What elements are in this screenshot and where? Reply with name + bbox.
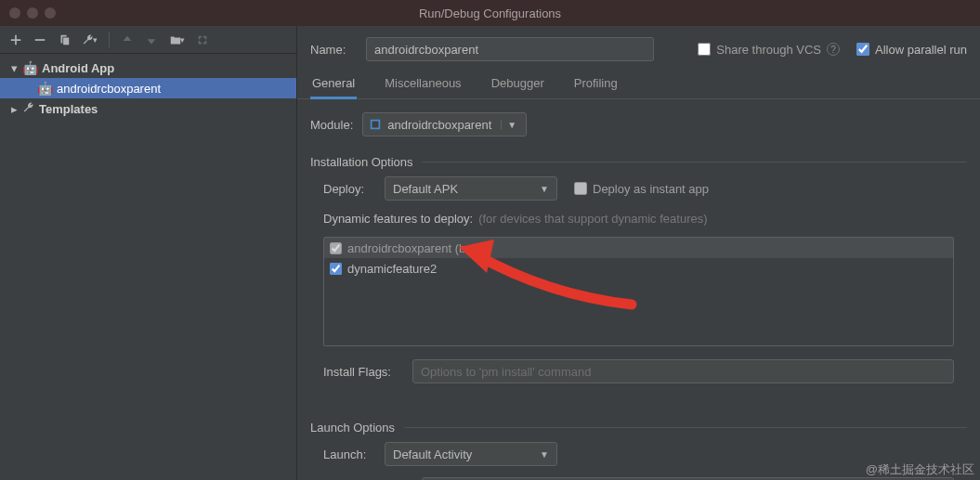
- tree-group-android-app[interactable]: ▾ 🤖 Android App: [0, 58, 296, 78]
- chevron-down-icon: ▼: [501, 120, 522, 130]
- installation-options-header: Installation Options: [310, 155, 967, 169]
- remove-icon[interactable]: [33, 33, 46, 46]
- install-flags-label: Install Flags:: [323, 365, 403, 379]
- chevron-right-icon: ▸: [9, 102, 19, 116]
- up-icon[interactable]: [121, 33, 134, 46]
- deploy-value: Default APK: [393, 182, 458, 196]
- chevron-down-icon: ▾: [9, 61, 19, 75]
- help-icon[interactable]: ?: [827, 43, 840, 56]
- tab-miscellaneous[interactable]: Miscellaneous: [383, 69, 463, 98]
- copy-icon[interactable]: [58, 33, 71, 46]
- minimize-window-icon[interactable]: [27, 7, 38, 19]
- dynamic-features-label: Dynamic features to deploy:: [323, 212, 473, 226]
- deploy-instant-label: Deploy as instant app: [593, 182, 709, 196]
- tab-bar: General Miscellaneous Debugger Profiling: [297, 69, 980, 99]
- tab-general[interactable]: General: [310, 69, 357, 98]
- maximize-window-icon[interactable]: [45, 7, 56, 19]
- android-icon: 🤖: [22, 60, 38, 75]
- wrench-icon[interactable]: ▾: [82, 33, 98, 46]
- feature-label: dynamicfeature2: [347, 262, 437, 276]
- share-vcs-checkbox[interactable]: Share through VCS ?: [698, 43, 840, 57]
- tree-group-templates[interactable]: ▸ Templates: [0, 98, 296, 119]
- module-select[interactable]: androidrcboxparent ▼: [362, 112, 527, 136]
- name-label: Name:: [310, 43, 359, 57]
- module-icon: [369, 118, 382, 131]
- feature-checkbox[interactable]: [330, 263, 342, 275]
- tree-item-label: androidrcboxparent: [57, 82, 161, 96]
- launch-select[interactable]: Default Activity ▼: [385, 442, 557, 466]
- titlebar: Run/Debug Configurations: [0, 0, 980, 26]
- allow-parallel-checkbox[interactable]: Allow parallel run: [856, 43, 967, 57]
- sidebar-toolbar: ▾ ▾: [0, 26, 296, 54]
- module-value: androidrcboxparent: [387, 118, 491, 132]
- launch-options-title: Launch Options: [310, 421, 395, 435]
- down-icon[interactable]: [145, 33, 158, 46]
- launch-label: Launch:: [323, 448, 375, 461]
- share-vcs-label: Share through VCS: [716, 43, 821, 57]
- chevron-down-icon: ▼: [540, 449, 549, 460]
- tab-debugger[interactable]: Debugger: [490, 69, 546, 98]
- window-title: Run/Debug Configurations: [0, 6, 980, 20]
- collapse-icon[interactable]: [196, 33, 209, 46]
- chevron-down-icon: ▼: [540, 184, 549, 194]
- dynamic-features-hint: (for devices that support dynamic featur…: [478, 212, 707, 226]
- watermark: @稀土掘金技术社区: [866, 461, 974, 478]
- close-window-icon[interactable]: [9, 7, 20, 19]
- feature-label: androidrcboxparent (base): [347, 241, 489, 255]
- tree-group-label: Android App: [42, 61, 114, 75]
- installation-options-title: Installation Options: [310, 155, 413, 169]
- allow-parallel-label: Allow parallel run: [875, 43, 967, 57]
- config-tree: ▾ 🤖 Android App 🤖 androidrcboxparent ▸ T…: [0, 54, 296, 123]
- module-label: Module:: [310, 118, 353, 132]
- feature-row-base: androidrcboxparent (base): [324, 238, 953, 258]
- launch-options-header: Launch Options: [310, 421, 967, 435]
- folder-icon[interactable]: ▾: [169, 33, 185, 46]
- tree-item-androidrcboxparent[interactable]: 🤖 androidrcboxparent: [0, 78, 296, 98]
- launch-value: Default Activity: [393, 448, 472, 461]
- detail-panel: Name: Share through VCS ? Allow parallel…: [297, 26, 980, 480]
- feature-checkbox: [330, 242, 342, 254]
- name-input[interactable]: [366, 37, 654, 61]
- wrench-icon: [22, 101, 35, 117]
- feature-row-dynamicfeature2[interactable]: dynamicfeature2: [324, 258, 953, 279]
- install-flags-input[interactable]: [412, 359, 954, 383]
- deploy-label: Deploy:: [323, 182, 375, 196]
- tab-profiling[interactable]: Profiling: [572, 69, 620, 98]
- window-controls: [9, 7, 56, 19]
- deploy-instant-checkbox: Deploy as instant app: [574, 182, 709, 196]
- toolbar-separator: [109, 32, 110, 47]
- deploy-select[interactable]: Default APK ▼: [385, 176, 557, 201]
- dynamic-features-list: androidrcboxparent (base) dynamicfeature…: [323, 237, 954, 346]
- android-icon: 🤖: [37, 81, 53, 96]
- add-icon[interactable]: [9, 33, 22, 46]
- sidebar: ▾ ▾ ▾ 🤖 Android App 🤖 androidrcboxparent…: [0, 26, 297, 480]
- svg-rect-1: [372, 122, 379, 128]
- tree-group-label: Templates: [39, 102, 98, 116]
